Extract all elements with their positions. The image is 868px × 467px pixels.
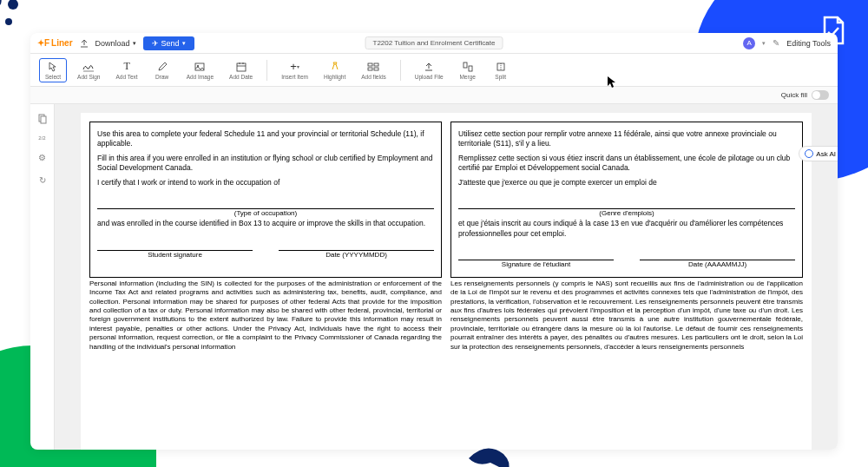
chevron-down-icon: ▾ xyxy=(182,40,186,47)
svg-rect-5 xyxy=(237,63,246,71)
top-bar: ✦FLiner Download ▾ ✈ Send ▾ T2202 Tuitio… xyxy=(30,33,838,54)
date-line-fr[interactable]: Date (AAAAMMJJ) xyxy=(640,260,795,270)
quickfill-bar: Quick fill xyxy=(30,87,838,104)
form-text: Utilisez cette section pour remplir votr… xyxy=(458,129,795,149)
highlight-tool[interactable]: Highlight xyxy=(319,59,351,82)
form-text: J'atteste que j'exerce ou que je compte … xyxy=(458,178,795,187)
svg-point-1 xyxy=(5,18,12,25)
page-indicator: 2/2 xyxy=(38,135,45,141)
form-column-english: Use this area to complete your federal S… xyxy=(89,122,442,278)
document-page: Use this area to complete your federal S… xyxy=(81,113,812,450)
decorative-swoosh-bottom xyxy=(460,424,529,467)
send-icon: ✈ xyxy=(152,39,159,48)
add-sign-tool[interactable]: Add Sign xyxy=(72,59,105,82)
form-text: and was enrolled in the course identifie… xyxy=(97,219,434,228)
form-text: Use this area to complete your federal S… xyxy=(97,129,434,149)
signature-line-fr[interactable]: Signature de l'étudiant xyxy=(458,260,614,270)
text-icon: T xyxy=(121,61,133,73)
signature-date-lines-fr: Signature de l'étudiant Date (AAAAMMJJ) xyxy=(458,260,795,270)
insert-item-tool[interactable]: +▾ Insert Item xyxy=(276,59,313,82)
editing-tools-button[interactable]: Editing Tools xyxy=(786,39,831,48)
privacy-section: Personal information (including the SIN)… xyxy=(89,280,803,352)
form-field-icon xyxy=(367,61,379,73)
divider xyxy=(400,60,401,81)
form-text: I certify that I work or intend to work … xyxy=(97,178,434,187)
split-icon xyxy=(495,61,507,73)
cursor-select-icon xyxy=(47,61,59,73)
merge-icon xyxy=(462,61,474,73)
form-text: et que j'étais inscrit au cours indiqué … xyxy=(458,219,795,239)
privacy-text-english: Personal information (including the SIN)… xyxy=(89,280,442,352)
occupation-label: (Type of occupation) xyxy=(97,209,434,219)
plus-icon: +▾ xyxy=(289,61,301,73)
avatar[interactable]: A xyxy=(743,37,755,49)
upload-button[interactable] xyxy=(80,39,89,48)
download-button[interactable]: Download ▾ xyxy=(95,39,136,48)
svg-rect-9 xyxy=(368,63,372,66)
svg-rect-18 xyxy=(41,116,46,123)
occupation-label-fr: (Genre d'emplois) xyxy=(458,209,795,219)
svg-rect-11 xyxy=(368,68,372,70)
toolbar: Select Add Sign T Add Text Draw Add Imag… xyxy=(30,54,838,87)
draw-tool[interactable]: Draw xyxy=(148,59,176,82)
decorative-blob-top-left xyxy=(0,0,35,52)
pencil-icon xyxy=(156,61,168,73)
select-tool[interactable]: Select xyxy=(39,58,67,82)
chevron-down-icon: ▾ xyxy=(133,40,136,47)
form-text: Remplissez cette section si vous étiez i… xyxy=(458,154,795,174)
upload-icon xyxy=(423,61,435,73)
svg-point-0 xyxy=(8,0,18,10)
svg-rect-10 xyxy=(374,63,378,66)
add-text-tool[interactable]: T Add Text xyxy=(110,59,142,82)
send-button[interactable]: ✈ Send ▾ xyxy=(143,36,194,50)
svg-rect-13 xyxy=(464,62,467,68)
calendar-icon xyxy=(235,61,247,73)
app-window: ✦FLiner Download ▾ ✈ Send ▾ T2202 Tuitio… xyxy=(30,33,838,450)
signature-date-lines: Student signature Date (YYYYMMDD) xyxy=(97,250,434,260)
privacy-text-french: Les renseignements personnels (y compris… xyxy=(450,280,803,352)
edit-icon: ✎ xyxy=(773,38,779,48)
svg-rect-3 xyxy=(195,63,204,70)
form-text: Fill in this area if you were enrolled i… xyxy=(97,154,434,174)
svg-rect-14 xyxy=(469,66,472,71)
main-area: 2/2 ⚙ ↻ Ask AI Use this area to complete… xyxy=(30,104,838,450)
divider xyxy=(266,60,267,81)
left-sidebar: 2/2 ⚙ ↻ xyxy=(30,104,55,450)
cursor-icon xyxy=(608,76,616,89)
date-line[interactable]: Date (YYYYMMDD) xyxy=(279,250,434,260)
highlighter-icon xyxy=(329,61,341,73)
ai-circle-icon xyxy=(805,149,813,158)
svg-rect-12 xyxy=(374,68,378,70)
split-tool[interactable]: Split xyxy=(487,59,515,82)
document-title[interactable]: T2202 Tuition and Enrolment Certificate xyxy=(365,36,503,49)
refresh-icon[interactable]: ↻ xyxy=(36,174,49,186)
merge-tool[interactable]: Merge xyxy=(454,59,482,82)
quickfill-label: Quick fill xyxy=(781,91,807,99)
document-area[interactable]: Ask AI Use this area to complete your fe… xyxy=(55,104,838,450)
quickfill-toggle[interactable] xyxy=(812,90,829,100)
ask-ai-button[interactable]: Ask AI xyxy=(799,146,838,161)
brand-logo[interactable]: ✦FLiner xyxy=(37,38,73,48)
form-column-french: Utilisez cette section pour remplir votr… xyxy=(450,122,803,278)
signature-line[interactable]: Student signature xyxy=(97,250,253,260)
form-section: Use this area to complete your federal S… xyxy=(89,122,803,278)
add-image-tool[interactable]: Add Image xyxy=(181,59,219,82)
settings-icon[interactable]: ⚙ xyxy=(36,151,49,163)
add-fields-tool[interactable]: Add fields xyxy=(356,59,391,82)
pages-icon[interactable] xyxy=(36,113,49,125)
upload-file-tool[interactable]: Upload File xyxy=(410,59,449,82)
add-date-tool[interactable]: Add Date xyxy=(224,59,258,82)
chevron-down-icon[interactable]: ▾ xyxy=(762,40,766,47)
image-icon xyxy=(194,61,206,73)
signature-icon xyxy=(82,61,95,73)
